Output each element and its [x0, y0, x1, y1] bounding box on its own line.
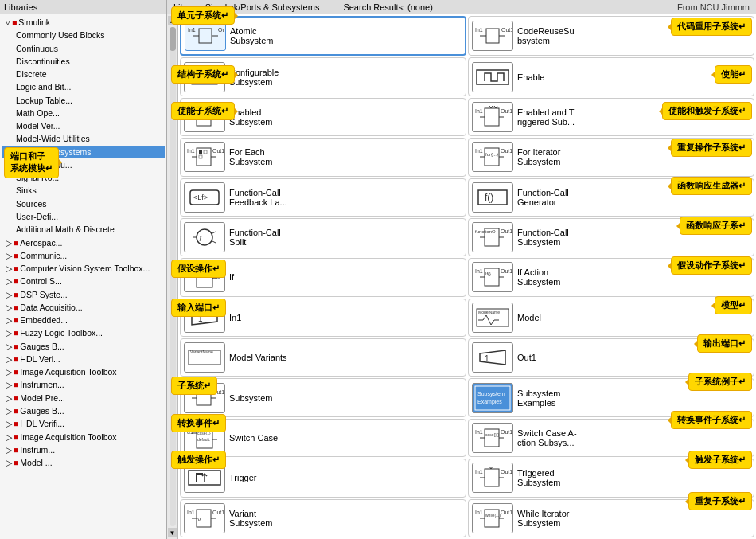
block-foreach[interactable]: In1 Out1 For EachSubsystem	[180, 138, 466, 176]
blocks-container: ▲ ▼ In1 Out1 AtomicSubsystem	[167, 14, 756, 539]
tree-item-modelver[interactable]: Model Ver...	[2, 119, 165, 132]
tooltip-chongfu-sub: 重复子系统↵	[688, 492, 752, 510]
svg-text:ModelName: ModelName	[478, 310, 500, 314]
svg-rect-99	[485, 469, 499, 486]
blocks-grid: In1 Out1 AtomicSubsystem In1 Out1	[178, 14, 756, 539]
tree-item-hdl1[interactable]: ▷■HDL Veri...	[2, 353, 165, 365]
svg-text:VariantName: VariantName	[190, 350, 213, 354]
svg-text:In1: In1	[475, 510, 483, 515]
svg-text:Subsystem: Subsystem	[477, 391, 505, 397]
block-modelvariants-label: Model Variants	[229, 353, 287, 362]
block-variant[interactable]: In1 V Out1 VariantSubsystem	[180, 499, 466, 537]
tree-item-discrete[interactable]: Discrete	[2, 68, 165, 80]
tree-item-imageacq2[interactable]: ▷■Image Acquisition Toolbox	[2, 431, 165, 443]
tree-item-continuous[interactable]: Continuous	[2, 42, 165, 55]
tree-item-communic[interactable]: ▷■Communic...	[2, 249, 165, 262]
svg-rect-28	[204, 150, 207, 154]
tree-item-dataacq[interactable]: ▷■Data Acquisitio...	[2, 301, 165, 314]
library-tree: ▿ ■ Simulink Commonly Used Blocks Contin…	[0, 14, 167, 539]
block-fcall-split[interactable]: ƒ Function-CallSplit	[180, 218, 466, 256]
block-subsystem[interactable]: In1 Out1 Subsystem	[180, 378, 466, 416]
svg-text:In1: In1	[475, 148, 483, 154]
tree-item-aerospace[interactable]: ▷■Aerospac...	[2, 236, 165, 249]
tooltip-shurukoutt: 输入端口↵	[171, 299, 226, 317]
tree-item-model2[interactable]: ▷■Model ...	[2, 456, 165, 469]
tree-item-instrum2[interactable]: ▷■Instrum...	[2, 443, 165, 456]
svg-text:In1: In1	[475, 429, 483, 435]
block-out1-label: Out1	[517, 353, 536, 362]
svg-marker-72	[480, 350, 505, 365]
svg-text:In1: In1	[475, 268, 483, 274]
annotation-label: From NCU Jimmm	[677, 2, 750, 12]
libraries-header: Libraries	[0, 0, 167, 14]
tree-item-modelwide[interactable]: Model-Wide Utilities	[2, 132, 165, 145]
tree-item-embedded[interactable]: ▷■Embedded...	[2, 314, 165, 326]
block-switchcase-action-label: Switch Case A-ction Subsys...	[517, 428, 577, 447]
svg-text:functionO: functionO	[475, 229, 496, 234]
svg-text:Out1: Out1	[212, 510, 224, 515]
tree-item-control[interactable]: ▷■Control S...	[2, 275, 165, 287]
tree-item-lookup[interactable]: Lookup Table...	[2, 94, 165, 107]
tree-item-gauges1[interactable]: ▷■Gauges B...	[2, 340, 165, 353]
tree-item-dsp[interactable]: ▷■DSP Syste...	[2, 288, 165, 301]
tree-item-imageacq1[interactable]: ▷■Image Acquisition Toolbox	[2, 365, 165, 378]
svg-rect-34	[485, 148, 499, 166]
block-fcall-feedback[interactable]: <Lf> Function-CallFeedback La...	[180, 178, 466, 217]
tooltip-hanshu-sub: 函数响应子系↵	[680, 217, 752, 235]
svg-rect-27	[199, 150, 202, 154]
block-modelvariants[interactable]: VariantName Model Variants	[180, 338, 466, 377]
tree-item-simulink[interactable]: ▿ ■ Simulink	[2, 16, 165, 29]
tooltip-codereuse: 代码重用子系统↵	[671, 18, 752, 36]
svg-text:case{}{}: case{}{}	[485, 432, 500, 437]
tooltip-jiegou: 结构子系统↵	[171, 65, 235, 84]
block-ifaction-label: If ActionSubsystem	[517, 268, 560, 287]
tree-item-addmath[interactable]: Additional Math & Discrete	[2, 223, 165, 236]
scroll-down-button[interactable]: ▼	[168, 528, 177, 537]
block-fcall-sub-label: Function-CallSubsystem	[517, 228, 569, 247]
tooltip-zhuanhuanaction: 转换事件子系统↵	[671, 411, 752, 429]
tooltip-chongfu: 重复操作子系统↵	[671, 139, 752, 157]
block-fcall-split-label: Function-CallSplit	[229, 228, 281, 247]
tooltip-zhuanhuantt: 转换事件↵	[171, 414, 226, 432]
svg-line-44	[212, 232, 216, 233]
tree-item-cvst[interactable]: ▷■Computer Vision System Toolbox...	[2, 262, 165, 275]
svg-text:In1: In1	[475, 27, 483, 33]
svg-rect-21	[485, 108, 499, 126]
tree-item-disc[interactable]: Discontinuities	[2, 55, 165, 68]
tree-item-hdl2[interactable]: ▷■HDL Verifi...	[2, 417, 165, 430]
tree-item-sinks[interactable]: Sinks	[2, 184, 165, 197]
tree-item-userdef[interactable]: User-Defi...	[2, 210, 165, 223]
block-model-label: Model	[517, 313, 541, 322]
block-fcall-gen-label: Function-CallGenerator	[517, 188, 569, 207]
svg-text:Examples: Examples	[477, 399, 502, 405]
svg-text:Out1: Out1	[218, 27, 224, 33]
block-codereuse-label: CodeReuseSubsystem	[517, 26, 575, 45]
tooltip-jiashe-action: 假设动作子系统↵	[671, 256, 752, 275]
tree-item-common[interactable]: Commonly Used Blocks	[2, 29, 165, 41]
tooltip-zitong: 子系统↵	[171, 377, 217, 395]
tooltip-ports-subsystems: 端口和子系统模块↵	[4, 147, 59, 178]
scroll-thumb	[170, 27, 176, 51]
tree-item-modelpre[interactable]: ▷■Model Pre...	[2, 392, 165, 404]
svg-text:for{...}: for{...}	[485, 152, 498, 157]
tooltip-model: 模型↵	[715, 296, 752, 314]
tree-item-fuzzy[interactable]: ▷■Fuzzy Logic Toolbox...	[2, 326, 165, 339]
svg-rect-79	[475, 386, 510, 410]
main-layout: Libraries Library: Simulink/Ports & Subs…	[0, 0, 756, 539]
svg-text:V: V	[197, 517, 201, 522]
svg-text:In1: In1	[475, 108, 483, 114]
tree-item-instru1[interactable]: ▷■Instrumen...	[2, 378, 165, 391]
svg-text:Out1: Out1	[501, 228, 512, 234]
tooltip-hanshu-gen: 函数响应生成器↵	[671, 177, 752, 195]
tree-item-gauges2[interactable]: ▷■Gauges B...	[2, 404, 165, 417]
svg-text:In1: In1	[188, 27, 196, 33]
svg-rect-7	[486, 29, 499, 43]
tree-item-sources[interactable]: Sources	[2, 197, 165, 210]
svg-text:Out1: Out1	[501, 148, 512, 154]
block-while-label: While IteratorSubsystem	[517, 509, 569, 528]
tooltip-chufa-op: 触发操作↵	[171, 451, 226, 469]
tooltip-enable: 使能↵	[715, 65, 752, 84]
tree-item-logic[interactable]: Logic and Bit...	[2, 80, 165, 93]
svg-rect-2	[199, 29, 212, 43]
tree-item-math[interactable]: Math Ope...	[2, 107, 165, 119]
